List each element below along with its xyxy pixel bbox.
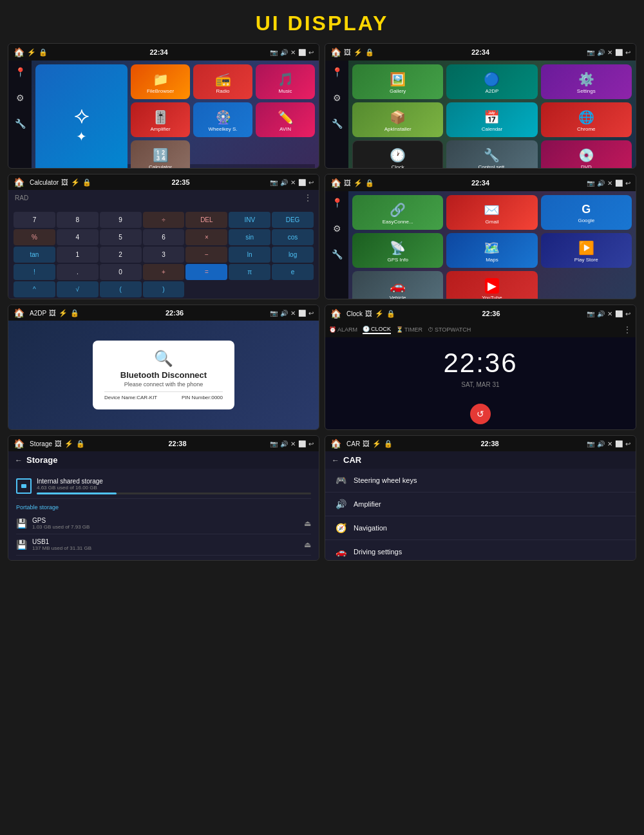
usb1-eject-icon[interactable]: ⏏ bbox=[304, 540, 311, 549]
calc-del[interactable]: DEL bbox=[185, 212, 227, 228]
calc-7[interactable]: 7 bbox=[14, 212, 55, 228]
calc-dot[interactable]: . bbox=[57, 264, 99, 280]
steering-wheel-keys-item[interactable]: 🎮 Steering wheel keys bbox=[325, 469, 636, 493]
calc-pct[interactable]: % bbox=[14, 229, 55, 245]
bluetooth-tile[interactable]: ⟡ ✦ bbox=[35, 64, 128, 169]
calendar-tile[interactable]: 📅 Calendar bbox=[446, 102, 537, 137]
screen-1-home: 🏠 ⚡ 🔒 22:34 📷 🔊 ✕ ⬜ ↩ 📍 ⚙ 🔧 bbox=[8, 43, 319, 169]
clock-fab-button[interactable]: ↺ bbox=[470, 404, 491, 424]
back-icon-5[interactable]: ↩ bbox=[308, 310, 314, 317]
easyconnect-tile[interactable]: 🔗 EasyConne... bbox=[352, 195, 443, 230]
calc-plus[interactable]: + bbox=[143, 264, 185, 280]
amplifier-tile[interactable]: 🎚️ Amplifier bbox=[131, 102, 190, 137]
back-icon-7[interactable]: ↩ bbox=[308, 440, 314, 447]
back-icon-1[interactable]: ↩ bbox=[308, 49, 314, 56]
home-icon-5[interactable]: 🏠 bbox=[14, 308, 24, 318]
calc-deg[interactable]: DEG bbox=[272, 212, 314, 228]
wheelkey-tile[interactable]: 🎡 Wheelkey S. bbox=[193, 102, 252, 137]
calc-3[interactable]: 3 bbox=[143, 247, 185, 263]
clock-app-label: Clock bbox=[392, 164, 404, 169]
filebrowser-tile[interactable]: 📁 FileBrowser bbox=[131, 64, 190, 99]
back-icon-8[interactable]: ↩ bbox=[625, 440, 630, 447]
calc-mul[interactable]: × bbox=[185, 229, 227, 245]
driving-settings-item[interactable]: 🚗 Driving settings bbox=[325, 540, 636, 561]
calc-1[interactable]: 1 bbox=[57, 247, 99, 263]
car-back-arrow[interactable]: ← bbox=[332, 456, 339, 465]
calc-sqrt[interactable]: √ bbox=[57, 281, 99, 297]
calc-rp[interactable]: ) bbox=[143, 281, 185, 297]
settings-icon-4[interactable]: 🔧 bbox=[332, 249, 343, 259]
calc-5[interactable]: 5 bbox=[100, 229, 142, 245]
chrome-tile[interactable]: 🌐 Chrome bbox=[541, 102, 632, 137]
calc-cos[interactable]: cos bbox=[272, 229, 314, 245]
filter-icon-1[interactable]: ⚙ bbox=[16, 93, 24, 103]
amplifier-item[interactable]: 🔊 Amplifier bbox=[325, 493, 636, 516]
filter-icon-2[interactable]: ⚙ bbox=[333, 93, 341, 103]
clock-tab[interactable]: 🕐 CLOCK bbox=[363, 326, 391, 334]
calc-sin[interactable]: sin bbox=[229, 229, 270, 245]
back-icon-2[interactable]: ↩ bbox=[625, 49, 630, 56]
calc-div[interactable]: ÷ bbox=[143, 212, 185, 228]
gps-eject-icon[interactable]: ⏏ bbox=[304, 519, 311, 528]
control-tile[interactable]: 🔧 Control sett. bbox=[446, 140, 537, 169]
calc-tan[interactable]: tan bbox=[14, 247, 55, 263]
calc-2[interactable]: 2 bbox=[100, 247, 142, 263]
storage-back-arrow[interactable]: ← bbox=[15, 456, 23, 465]
calc-more-icon[interactable]: ⋮ bbox=[303, 192, 312, 203]
gallery-tile[interactable]: 🖼️ Gallery bbox=[352, 64, 443, 99]
music-tile[interactable]: 🎵 Music bbox=[256, 64, 315, 99]
home-icon-3[interactable]: 🏠 bbox=[14, 177, 24, 187]
home-icon-8[interactable]: 🏠 bbox=[330, 438, 341, 449]
calc-4[interactable]: 4 bbox=[57, 229, 99, 245]
maps-tile[interactable]: 🗺️ Maps bbox=[446, 233, 537, 268]
vehicle-tile[interactable]: 🚗 Vehicle bbox=[352, 271, 443, 299]
home-icon-6[interactable]: 🏠 bbox=[330, 308, 341, 319]
calc-lp[interactable]: ( bbox=[100, 281, 142, 297]
back-icon-3[interactable]: ↩ bbox=[308, 179, 314, 186]
calc-inv[interactable]: INV bbox=[229, 212, 270, 228]
calc-8[interactable]: 8 bbox=[57, 212, 99, 228]
calc-log[interactable]: log bbox=[272, 247, 314, 263]
alarm-tab[interactable]: ⏰ ALARM bbox=[329, 326, 357, 333]
home-icon-4[interactable]: 🏠 bbox=[330, 178, 341, 188]
home-icon-2[interactable]: 🏠 bbox=[330, 47, 341, 57]
calc-eq[interactable]: = bbox=[185, 264, 227, 280]
radio-tile[interactable]: 📻 Radio bbox=[193, 64, 252, 99]
loc-icon-4[interactable]: 📍 bbox=[332, 198, 343, 208]
calc-0[interactable]: 0 bbox=[100, 264, 142, 280]
home-icon-1[interactable]: 🏠 bbox=[14, 47, 24, 57]
settings-tile[interactable]: ⚙️ Settings bbox=[541, 64, 632, 99]
settings-icon-1[interactable]: 🔧 bbox=[15, 118, 26, 129]
home-icon-7[interactable]: 🏠 bbox=[14, 438, 24, 449]
clock-more-icon[interactable]: ⋮ bbox=[623, 324, 632, 335]
calc-minus[interactable]: − bbox=[185, 247, 227, 263]
gpsinfo-tile[interactable]: 📡 GPS Info bbox=[352, 233, 443, 268]
calc-6[interactable]: 6 bbox=[143, 229, 185, 245]
back-icon-6[interactable]: ↩ bbox=[625, 310, 630, 317]
navigation-item[interactable]: 🧭 Navigation bbox=[325, 516, 636, 540]
calc-e[interactable]: e bbox=[272, 264, 314, 280]
calc-ln[interactable]: ln bbox=[229, 247, 270, 263]
settings-icon-2[interactable]: 🔧 bbox=[332, 118, 343, 129]
a2dp-tile[interactable]: 🔵 A2DP bbox=[446, 64, 537, 99]
youtube-tile[interactable]: ▶ YouTube bbox=[446, 271, 537, 299]
calculator-tile[interactable]: 🔢 Calculator bbox=[131, 140, 190, 169]
filter-icon-4[interactable]: ⚙ bbox=[333, 223, 341, 234]
playstore-tile[interactable]: ▶️ Play Store bbox=[541, 233, 632, 268]
dvd-tile[interactable]: 💿 DVD bbox=[541, 140, 632, 169]
google-tile[interactable]: G Google bbox=[541, 195, 632, 230]
loc-icon-2[interactable]: 📍 bbox=[332, 67, 343, 77]
calc-9[interactable]: 9 bbox=[100, 212, 142, 228]
calc-pi[interactable]: π bbox=[229, 264, 270, 280]
gmail-tile[interactable]: ✉️ Gmail bbox=[446, 195, 537, 230]
stopwatch-tab[interactable]: ⏱ STOPWATCH bbox=[428, 326, 471, 333]
apkinstaller-tile[interactable]: 📦 ApkInstaller bbox=[352, 102, 443, 137]
clock-tile[interactable]: 🕐 Clock bbox=[352, 140, 443, 169]
timer-tab[interactable]: ⏳ TIMER bbox=[396, 326, 422, 333]
avin-tile[interactable]: ✏️ AVIN bbox=[256, 102, 315, 137]
calc-pow[interactable]: ^ bbox=[14, 281, 55, 297]
back-icon-4[interactable]: ↩ bbox=[625, 180, 630, 187]
calc-fact[interactable]: ! bbox=[14, 264, 55, 280]
loc-icon-1[interactable]: 📍 bbox=[15, 67, 26, 77]
screen-2-home2: 🏠 🖼 ⚡ 🔒 22:34 📷 🔊 ✕ ⬜ ↩ 📍 ⚙ bbox=[325, 43, 636, 169]
